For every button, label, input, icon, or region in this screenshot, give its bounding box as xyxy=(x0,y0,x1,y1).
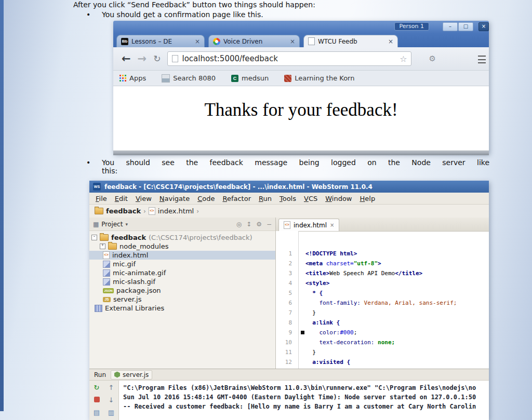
minimize-button[interactable]: – xyxy=(443,22,458,31)
bookmark-label: Learning the Korn xyxy=(295,74,354,82)
down-stack-icon[interactable]: ↓ xyxy=(109,397,114,403)
breadcrumb-file[interactable]: index.html xyxy=(158,207,194,215)
bullet-item-1: • You should get a confirmation page lik… xyxy=(86,10,263,19)
run-console[interactable]: "C:\Program Files (x86)\JetBrains\WebSto… xyxy=(119,381,489,420)
project-tree-item-mic-gif[interactable]: mic.gif xyxy=(89,260,275,268)
tree-item-label: server.js xyxy=(113,295,141,303)
forward-icon[interactable]: → xyxy=(138,52,147,65)
stop-icon[interactable] xyxy=(94,397,100,402)
close-tab-icon[interactable]: × xyxy=(388,38,393,45)
browser-tab-1[interactable]: BbLessons – DE× xyxy=(116,35,205,47)
menu-view[interactable]: View xyxy=(136,195,152,202)
bookmark-star-icon[interactable]: ☆ xyxy=(400,54,407,64)
menu-code[interactable]: Code xyxy=(197,195,215,202)
project-tree-item-external-libraries[interactable]: External Libraries xyxy=(89,304,275,313)
bookmark-apps[interactable]: Apps xyxy=(119,74,146,82)
reload-icon[interactable]: ↻ xyxy=(153,53,161,64)
run-config-tab[interactable]: server.js xyxy=(111,370,152,380)
code-line: <!DOCTYPE html> xyxy=(305,249,489,259)
html-file-icon xyxy=(149,207,155,215)
image-file-icon xyxy=(103,261,110,268)
tree-item-label: feedback xyxy=(111,234,146,241)
console-clear-icon[interactable]: ▥ xyxy=(108,409,114,416)
up-stack-icon[interactable]: ↑ xyxy=(109,384,114,391)
code-line: <title>Web Speech API Demo</title> xyxy=(305,268,489,278)
library-file-icon xyxy=(95,305,102,312)
bookmark-search-8080[interactable]: Search 8080 xyxy=(162,74,216,83)
close-window-button[interactable]: × xyxy=(478,22,489,31)
panel-settings-gear-icon[interactable]: ⚙ xyxy=(256,221,262,228)
line-number: 1 xyxy=(276,249,298,259)
project-tree-item-mic-slash-gif[interactable]: mic-slash.gif xyxy=(89,277,275,286)
bullet-text: You should get a confirmation page like … xyxy=(102,10,263,19)
project-tree-item-mic-animate-gif[interactable]: mic-animate.gif xyxy=(89,268,275,277)
address-bar[interactable]: localhost:5000/feedback ☆ xyxy=(167,51,411,66)
collapse-icon[interactable]: - xyxy=(91,235,97,240)
code-editor[interactable]: <!DOCTYPE html><meta charset="utf-8"><ti… xyxy=(299,231,489,369)
chrome-menu-icon[interactable] xyxy=(478,56,486,63)
profile-button[interactable]: Person 1 xyxy=(394,22,429,31)
back-icon[interactable]: ← xyxy=(122,52,131,65)
browser-toolbar: ← → ↻ localhost:5000/feedback ☆ ⚙ xyxy=(113,47,489,71)
menu-window[interactable]: Window xyxy=(325,195,352,202)
feedback-confirmation-heading: Thanks for your feedback! xyxy=(113,86,489,120)
bookmark-medsun[interactable]: Cmedsun xyxy=(231,74,269,82)
project-tree-item-server-js[interactable]: JSserver.js xyxy=(89,295,275,304)
folder-icon xyxy=(95,208,103,214)
js-file-icon: JS xyxy=(103,297,111,302)
browser-viewport: Thanks for your feedback! xyxy=(113,86,489,151)
tab-title: WTCU Feedb xyxy=(318,38,385,45)
breadcrumb-project[interactable]: feedback xyxy=(106,207,141,215)
code-line: text-decoration: none; xyxy=(305,337,489,347)
settings-gear-icon[interactable]: ⚙ xyxy=(429,54,435,63)
browser-tab-3[interactable]: WTCU Feedb× xyxy=(303,35,398,47)
locate-icon[interactable]: ◎ xyxy=(236,221,242,228)
chevron-right-icon: › xyxy=(196,208,199,215)
run-panel-body: ↻ ↑ ↓ ▤ ▥ "C:\Program Files (x86)\JetBra… xyxy=(89,381,489,420)
code-line: } xyxy=(305,347,489,357)
project-tree: -feedback (C:\CSC174\projects\feedback)+… xyxy=(89,231,275,313)
line-number: 7 xyxy=(276,308,298,318)
maximize-button[interactable]: □ xyxy=(458,22,473,31)
line-number: 3 xyxy=(276,268,298,278)
menu-vcs[interactable]: VCS xyxy=(304,195,317,202)
project-tree-item-index-html[interactable]: index.html xyxy=(89,251,275,260)
close-tab-icon[interactable]: × xyxy=(195,38,200,45)
project-tree-item-feedback[interactable]: -feedback (C:\CSC174\projects\feedback) xyxy=(89,233,275,242)
line-number: 6 xyxy=(276,298,298,308)
menu-file[interactable]: File xyxy=(96,195,107,202)
code-line: <style> xyxy=(305,278,489,288)
project-tree-item-node-modules[interactable]: +node_modules xyxy=(89,242,275,251)
close-tab-icon[interactable]: × xyxy=(290,38,295,45)
menu-refactor[interactable]: Refactor xyxy=(222,195,251,202)
menu-navigate[interactable]: Navigate xyxy=(159,195,190,202)
run-tab-label[interactable]: Run xyxy=(94,371,106,378)
tab-title: Lessons – DE xyxy=(131,38,192,45)
line-number: 10 xyxy=(276,337,298,347)
console-line: Sun Jul 10 2016 15:48:14 GMT-0400 (Easte… xyxy=(123,392,485,402)
editor-tab-index-html[interactable]: index.html × xyxy=(278,219,339,231)
menu-run[interactable]: Run xyxy=(259,195,272,202)
folder-file-icon xyxy=(108,243,117,250)
rerun-icon[interactable]: ↻ xyxy=(94,384,100,391)
menu-edit[interactable]: Edit xyxy=(115,195,128,202)
hide-panel-icon[interactable]: − xyxy=(267,221,272,228)
menu-help[interactable]: Help xyxy=(360,195,376,202)
apps-grid-icon xyxy=(119,75,126,82)
bookmarks-bar: AppsSearch 8080CmedsunLearning the Korn xyxy=(113,71,489,86)
close-tab-icon[interactable]: × xyxy=(330,222,334,228)
code-line: } xyxy=(305,308,489,318)
expand-icon[interactable]: + xyxy=(100,243,105,249)
console-settings-icon[interactable]: ▤ xyxy=(94,409,100,416)
bookmark-learning-the-korn[interactable]: Learning the Korn xyxy=(284,74,354,82)
ide-breadcrumbs: feedback › index.html › xyxy=(89,205,489,218)
bookmark-label: Apps xyxy=(129,74,146,82)
browser-tab-2[interactable]: Voice Driven× xyxy=(208,35,300,47)
chevron-down-icon[interactable]: ▾ xyxy=(125,222,128,227)
collapse-all-icon[interactable]: ↕ xyxy=(246,221,251,228)
project-tree-item-package-json[interactable]: JSONpackage.json xyxy=(89,286,275,295)
tree-item-label: mic-slash.gif xyxy=(113,278,155,286)
html-file-icon xyxy=(284,221,290,229)
menu-tools[interactable]: Tools xyxy=(280,195,296,202)
document-icon xyxy=(308,37,315,45)
